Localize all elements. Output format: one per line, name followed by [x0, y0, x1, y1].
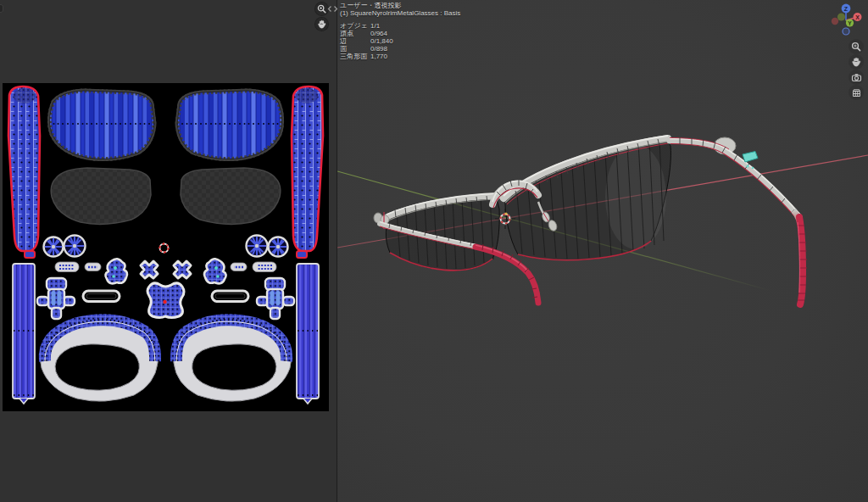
uv-island-cross[interactable] — [141, 261, 158, 278]
stat-value: 1/1 — [370, 22, 380, 30]
magnifier-icon — [317, 4, 326, 14]
editor-corner-icon[interactable] — [0, 4, 3, 13]
viewport-3d[interactable]: ユーザー・透視投影 (1) SquareNyrolrimMetalGlasses… — [337, 0, 868, 502]
uv-image-canvas[interactable] — [3, 83, 329, 411]
uv-island-bridge-butterfly[interactable] — [147, 283, 184, 318]
uv-island-temple-strip[interactable] — [8, 86, 40, 258]
navigation-gizmo[interactable]: Z X Y — [826, 0, 866, 41]
object-origin-dot — [504, 212, 507, 215]
view-label: ユーザー・透視投影 — [340, 2, 460, 9]
uv-island-lens-front[interactable] — [49, 91, 154, 159]
stat-value: 1,770 — [370, 53, 387, 60]
gizmo-neg-y-ball[interactable] — [837, 13, 845, 20]
hand-icon — [317, 20, 326, 29]
stat-label: オブジェクト — [340, 22, 370, 30]
gizmo-y-ball[interactable]: Y — [846, 19, 854, 26]
gizmo-x-ball[interactable]: X — [854, 13, 862, 21]
camera-icon — [851, 72, 862, 83]
blender-window: ユーザー・透視投影 (1) SquareNyrolrimMetalGlasses… — [0, 0, 868, 502]
svg-text:Z: Z — [844, 6, 849, 12]
hand-icon — [851, 57, 861, 67]
viewport-nav-buttons — [849, 39, 864, 100]
viewport-pan-button[interactable] — [849, 54, 864, 70]
stat-label: 面 — [340, 45, 370, 53]
stat-value: 0/964 — [370, 30, 387, 37]
uv-editor-panel[interactable] — [0, 0, 337, 502]
glasses-mesh[interactable] — [374, 136, 807, 304]
uv-island-fan[interactable] — [44, 236, 86, 257]
stat-label: 三角形面 — [340, 53, 370, 60]
stat-label: 辺 — [340, 37, 370, 45]
grid-icon — [851, 87, 862, 98]
viewport-zoom-button[interactable] — [849, 39, 864, 54]
stat-value: 0/898 — [370, 45, 387, 53]
viewport-perspective-button[interactable] — [849, 85, 864, 100]
uv-island-bar[interactable] — [13, 264, 35, 404]
svg-text:X: X — [855, 14, 860, 20]
object-label: (1) SquareNyrolrimMetalGlasses : Basis — [340, 9, 460, 17]
uv-island-stadium[interactable] — [83, 291, 120, 302]
uv-island-rim-ring[interactable] — [40, 319, 158, 401]
uv-island-lens-back[interactable] — [51, 168, 151, 224]
stats-overlay: オブジェクト1/1 頂点0/964 辺0/1,840 面0/898 三角形面1,… — [340, 22, 393, 60]
magnifier-icon — [851, 42, 861, 52]
stat-value: 0/1,840 — [370, 37, 393, 45]
viewport-camera-button[interactable] — [849, 70, 864, 85]
svg-text:Y: Y — [848, 20, 852, 26]
stat-label: 頂点 — [340, 30, 370, 37]
uv-island-anchor[interactable] — [37, 278, 75, 319]
temple-right — [670, 137, 807, 304]
uv-island-pill[interactable] — [55, 262, 101, 272]
gizmo-z-ball[interactable]: Z — [842, 4, 851, 14]
uv-zoom-button[interactable] — [315, 3, 328, 15]
gizmo-neg-x-ball[interactable] — [832, 18, 838, 25]
uv-pan-button[interactable] — [315, 18, 328, 31]
gizmo-neg-z-ball[interactable] — [843, 28, 849, 35]
uv-island-hinge-blob[interactable] — [105, 259, 127, 283]
scene-canvas[interactable] — [337, 0, 868, 502]
uv-2d-cursor[interactable] — [159, 243, 170, 254]
viewport-header: ユーザー・透視投影 (1) SquareNyrolrimMetalGlasses… — [340, 2, 460, 17]
